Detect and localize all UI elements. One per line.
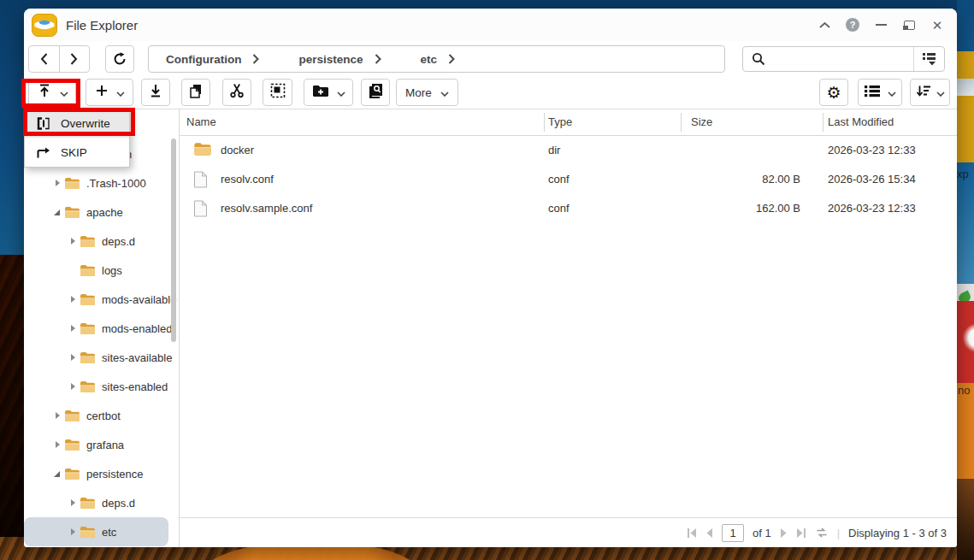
tree-item-label: apache [86, 206, 123, 219]
upload-icon [37, 83, 52, 102]
menu-item-skip[interactable]: SKIP [25, 138, 129, 167]
tree-item-label: .Trash-1000 [86, 177, 146, 190]
menu-item-overwrite[interactable]: Overwrite [25, 109, 129, 138]
tree-item-certbot[interactable]: certbot [24, 401, 168, 430]
expand-arrow-icon[interactable] [67, 383, 77, 390]
folder-icon [80, 235, 96, 248]
folder-icon [193, 142, 212, 156]
breadcrumb-item-etc[interactable]: etc [421, 53, 456, 66]
page-number-input[interactable] [722, 524, 744, 542]
overwrite-icon [36, 117, 50, 130]
tree-item-label: etc [102, 526, 116, 539]
collapse-chevron-up-icon[interactable] [817, 17, 832, 32]
collapse-arrow-icon[interactable] [51, 471, 62, 477]
expand-arrow-icon[interactable] [67, 354, 77, 361]
tree-item-sites-enabled[interactable]: sites-enabled [24, 372, 168, 401]
file-row-resolv-conf[interactable]: resolv.conf conf 82.00 B 2026-03-26 15:3… [180, 165, 957, 194]
last-page-button[interactable] [795, 528, 806, 538]
search-filter-icon[interactable] [913, 47, 944, 71]
copy-button[interactable] [181, 79, 210, 106]
tree-item-label: sites-available [102, 351, 172, 364]
sidebar-scrollbar[interactable] [171, 139, 176, 342]
tree-item--trash-1000[interactable]: .Trash-1000 [24, 168, 168, 197]
tree-item-etc[interactable]: etc [24, 517, 168, 546]
tree-item-label: sites-enabled [102, 380, 168, 393]
search-in-files-button[interactable] [361, 79, 390, 106]
close-icon[interactable]: ✕ [930, 17, 945, 32]
create-button[interactable] [86, 79, 133, 106]
download-icon [148, 83, 163, 102]
file-modified: 2026-03-23 12:33 [828, 144, 916, 156]
column-divider[interactable] [681, 113, 682, 132]
expand-arrow-icon[interactable] [67, 238, 77, 245]
tree-item-logs[interactable]: logs [24, 256, 168, 285]
more-button-label: More [405, 86, 432, 99]
window-title: File Explorer [66, 18, 138, 32]
breadcrumb-chevron-icon [448, 54, 455, 64]
desktop-cherry-fragment [957, 301, 974, 383]
desktop-patch [957, 96, 974, 162]
desktop-text-fragment: xp [957, 168, 969, 180]
view-mode-button[interactable] [858, 79, 902, 106]
upload-button[interactable] [28, 79, 76, 106]
tree-item-apache[interactable]: apache [24, 197, 168, 227]
file-row-docker[interactable]: docker dir 2026-03-23 12:33 [180, 136, 957, 165]
back-button[interactable] [29, 46, 59, 72]
column-header-type[interactable]: Type [548, 115, 572, 128]
expand-arrow-icon[interactable] [67, 499, 77, 506]
copy-to-folder-button[interactable] [304, 79, 353, 106]
tree-item-persistence[interactable]: persistence [24, 459, 168, 488]
more-button[interactable]: More [396, 79, 458, 106]
column-header-size[interactable]: Size [691, 115, 712, 128]
refresh-button[interactable] [105, 45, 134, 73]
file-row-resolv-sample-conf[interactable]: resolv.sample.conf conf 162.00 B 2026-03… [180, 194, 957, 223]
folder-icon [80, 526, 96, 539]
file-icon [193, 200, 208, 217]
expand-arrow-icon[interactable] [67, 296, 77, 303]
tree-item-label: mods-enabled [102, 322, 172, 335]
restore-window-icon[interactable] [901, 17, 917, 32]
tree-item-deps-d[interactable]: deps.d [24, 227, 168, 256]
expand-arrow-icon[interactable] [67, 325, 77, 332]
sort-button[interactable] [910, 79, 950, 106]
file-type: conf [548, 202, 570, 215]
expand-arrow-icon[interactable] [67, 528, 77, 535]
folder-icon [80, 264, 96, 277]
next-page-button[interactable] [780, 528, 787, 538]
tree-item-deps-d[interactable]: deps.d [24, 488, 168, 517]
previous-page-button[interactable] [706, 528, 713, 538]
desktop-patch [957, 284, 974, 301]
breadcrumb-chevron-icon [252, 54, 259, 64]
expand-arrow-icon[interactable] [51, 441, 62, 448]
download-button[interactable] [141, 79, 170, 106]
column-divider[interactable] [544, 113, 545, 132]
column-header-name[interactable]: Name [186, 115, 216, 128]
forward-button[interactable] [59, 46, 90, 72]
help-icon[interactable]: ? [845, 17, 860, 32]
column-divider[interactable] [823, 113, 823, 132]
folder-icon [80, 322, 96, 335]
column-header-modified[interactable]: Last Modified [828, 115, 894, 128]
refresh-list-icon[interactable] [815, 527, 829, 539]
tree-item-mods-enabled[interactable]: mods-enabled [24, 314, 168, 343]
tree-item-mods-available[interactable]: mods-available [24, 285, 168, 314]
search-input[interactable] [772, 47, 913, 71]
first-page-button[interactable] [687, 528, 698, 538]
desktop-patch: no [957, 383, 974, 479]
breadcrumb-item-persistence[interactable]: persistence [298, 53, 381, 66]
select-all-button[interactable] [263, 79, 292, 106]
settings-button[interactable]: ⚙ [819, 79, 848, 106]
cut-button[interactable] [222, 79, 251, 106]
tree-item-sites-available[interactable]: sites-available [24, 343, 168, 372]
breadcrumb-item-configuration[interactable]: Configuration [166, 53, 259, 66]
plus-icon [95, 84, 109, 101]
minimize-icon[interactable] [873, 17, 888, 32]
tree-item-label: mods-available [102, 293, 176, 306]
file-name: docker [221, 144, 254, 156]
pagination-divider: | [837, 527, 840, 539]
file-type: dir [548, 144, 560, 156]
tree-item-grafana[interactable]: grafana [24, 430, 168, 459]
expand-arrow-icon[interactable] [51, 412, 62, 419]
expand-arrow-icon[interactable] [51, 180, 62, 186]
collapse-arrow-icon[interactable] [51, 209, 62, 215]
